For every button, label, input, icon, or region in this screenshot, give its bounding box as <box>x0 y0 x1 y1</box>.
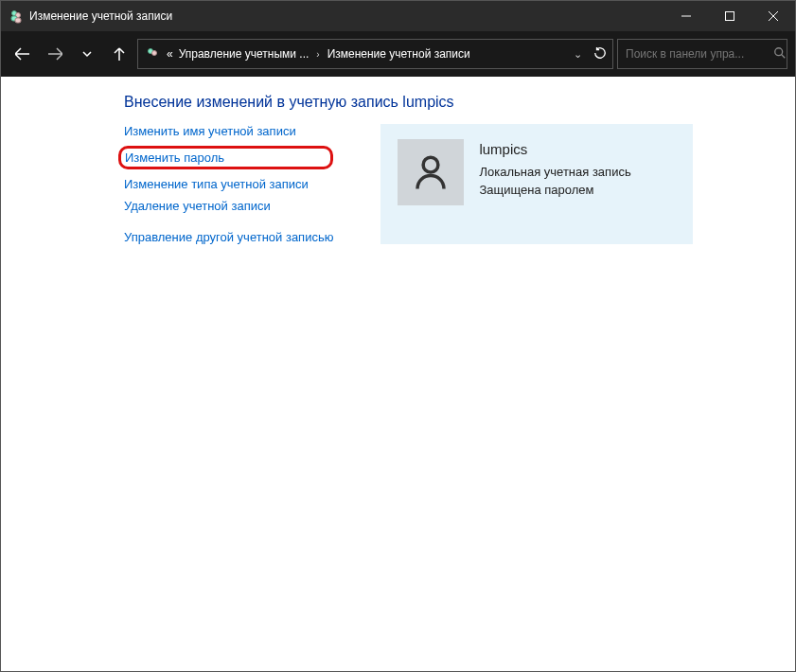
account-card: lumpics Локальная учетная запись Защищен… <box>380 124 693 244</box>
svg-point-9 <box>152 51 157 56</box>
maximize-button[interactable] <box>708 1 752 31</box>
minimize-button[interactable] <box>664 1 708 31</box>
account-name: lumpics <box>479 139 630 160</box>
navigation-bar: « Управление учетными ... › Изменение уч… <box>1 31 795 77</box>
close-button[interactable] <box>752 1 795 31</box>
chevron-right-icon: › <box>314 49 321 60</box>
page-title: Внесение изменений в учетную запись lump… <box>124 94 772 111</box>
account-status: Защищена паролем <box>479 182 630 200</box>
chevron-down-icon[interactable]: ⌄ <box>572 48 584 61</box>
search-box[interactable] <box>617 39 787 69</box>
avatar <box>398 139 464 205</box>
up-button[interactable] <box>105 40 133 68</box>
manage-other-link[interactable]: Управление другой учетной записью <box>124 230 333 244</box>
svg-rect-3 <box>15 18 21 23</box>
action-links: Изменить имя учетной записи Изменить пар… <box>124 124 333 244</box>
delete-account-link[interactable]: Удаление учетной записи <box>124 199 271 213</box>
user-accounts-icon <box>144 45 161 62</box>
svg-point-12 <box>424 157 439 172</box>
forward-button[interactable] <box>41 40 69 68</box>
account-info: lumpics Локальная учетная запись Защищен… <box>479 139 630 199</box>
search-icon[interactable] <box>773 46 787 62</box>
address-bar[interactable]: « Управление учетными ... › Изменение уч… <box>137 39 613 69</box>
titlebar: Изменение учетной записи <box>1 1 795 31</box>
refresh-button[interactable] <box>593 46 607 62</box>
change-type-link[interactable]: Изменение типа учетной записи <box>124 177 309 191</box>
breadcrumb-item[interactable]: Управление учетными ... <box>179 47 310 61</box>
breadcrumb-item[interactable]: Изменение учетной записи <box>327 47 470 61</box>
app-icon <box>9 9 24 24</box>
svg-point-10 <box>775 47 783 55</box>
account-type: Локальная учетная запись <box>479 164 630 182</box>
breadcrumb-prefix: « <box>167 47 173 61</box>
window-controls <box>664 1 795 31</box>
content-area: Внесение изменений в учетную запись lump… <box>1 77 795 671</box>
recent-dropdown[interactable] <box>73 40 101 68</box>
control-panel-window: Изменение учетной записи « Управление уч… <box>0 0 796 672</box>
change-password-link[interactable]: Изменить пароль <box>125 150 224 165</box>
search-input[interactable] <box>626 47 768 61</box>
svg-rect-5 <box>726 12 734 21</box>
back-button[interactable] <box>9 40 37 68</box>
highlight-annotation: Изменить пароль <box>118 146 333 169</box>
change-name-link[interactable]: Изменить имя учетной записи <box>124 124 296 138</box>
window-title: Изменение учетной записи <box>29 9 664 23</box>
svg-line-11 <box>782 54 786 58</box>
